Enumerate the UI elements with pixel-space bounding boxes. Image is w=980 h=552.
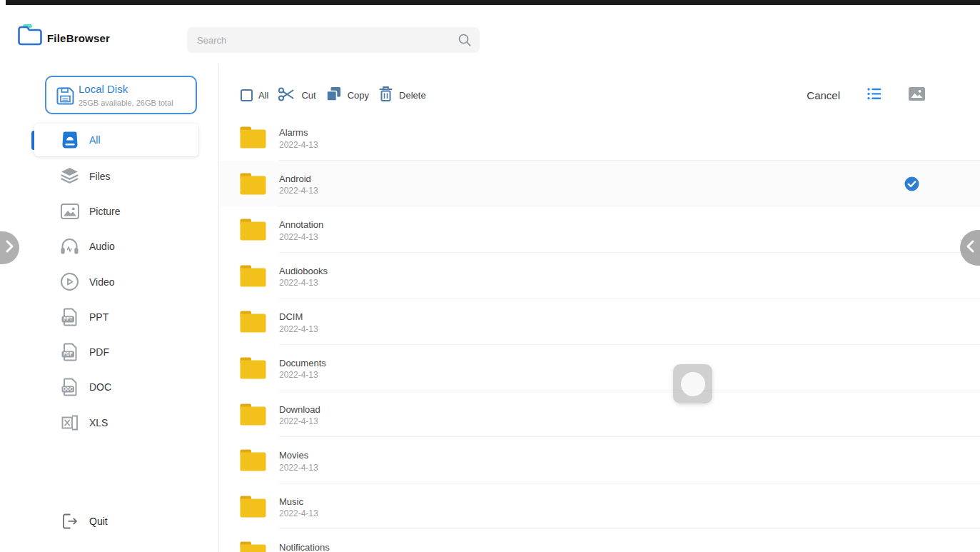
- disk-title: Local Disk: [79, 83, 128, 95]
- drive-icon: [60, 131, 79, 150]
- sidebar-item-label: DOC: [89, 381, 111, 393]
- sidebar-item-label: Video: [89, 276, 115, 288]
- sidebar-item-audio[interactable]: Audio: [34, 229, 198, 264]
- svg-text:DOC: DOC: [63, 387, 73, 392]
- file-name: Music: [279, 496, 303, 507]
- thumbnail-view-button[interactable]: [909, 87, 925, 104]
- file-date: 2022-4-13: [279, 324, 318, 334]
- cut-button[interactable]: Cut: [278, 86, 315, 104]
- video-icon: [60, 272, 79, 291]
- file-date: 2022-4-13: [279, 508, 318, 518]
- select-all-toggle[interactable]: All: [241, 89, 268, 101]
- touch-indicator: [673, 364, 712, 403]
- check-badge-icon: [904, 176, 919, 191]
- folder-icon: [240, 126, 266, 151]
- file-row[interactable]: Download2022-4-13: [219, 391, 980, 438]
- folder-icon: [240, 496, 266, 521]
- file-date: 2022-4-13: [279, 416, 318, 426]
- main-panel: All Cut Copy Delete Cancel A: [219, 0, 980, 552]
- sidebar-nav: AllFilesPictureAudioVideoPPTPPTPDFPDFDOC…: [34, 124, 198, 440]
- select-all-label: All: [258, 90, 268, 101]
- sidebar-item-label: Picture: [89, 206, 121, 217]
- folder-icon: [240, 173, 266, 198]
- sidebar-item-files[interactable]: Files: [34, 159, 198, 194]
- file-row[interactable]: Movies2022-4-13: [219, 437, 980, 483]
- sidebar-item-video[interactable]: Video: [34, 264, 198, 299]
- svg-text:PDF: PDF: [63, 351, 72, 356]
- list-view-button[interactable]: [867, 88, 882, 103]
- file-row[interactable]: Android2022-4-13: [219, 161, 980, 207]
- sidebar-item-xls[interactable]: XLS: [34, 405, 198, 440]
- sidebar-item-label: All: [89, 134, 101, 146]
- file-name: Audiobooks: [279, 266, 328, 276]
- sidebar-item-ppt[interactable]: PPTPPT: [34, 299, 198, 334]
- file-name: Alarms: [279, 127, 308, 138]
- sidebar-item-pdf[interactable]: PDFPDF: [34, 334, 198, 369]
- copy-label: Copy: [348, 90, 369, 101]
- folder-icon: [240, 265, 266, 290]
- file-row[interactable]: Documents2022-4-13: [219, 345, 980, 391]
- app-logo-folder-icon: [16, 24, 44, 46]
- doc-icon: DOC: [60, 378, 79, 397]
- left-panel-handle[interactable]: [0, 231, 19, 264]
- delete-label: Delete: [399, 90, 426, 101]
- selection-toolbar: All Cut Copy Delete Cancel: [219, 77, 980, 113]
- file-row[interactable]: Audiobooks2022-4-13: [219, 253, 980, 299]
- folder-icon: [240, 219, 266, 244]
- folder-icon: [240, 403, 266, 428]
- file-date: 2022-4-13: [279, 370, 318, 380]
- file-row[interactable]: Notifications: [219, 529, 980, 552]
- file-name: Documents: [279, 358, 326, 368]
- sidebar-item-label: XLS: [89, 417, 108, 428]
- touch-indicator-dot: [681, 372, 705, 396]
- audio-icon: [60, 237, 79, 256]
- file-date: 2022-4-13: [279, 463, 318, 473]
- app-title: FileBrowser: [47, 32, 110, 44]
- file-name: Movies: [279, 450, 308, 461]
- chevron-left-icon: [966, 239, 975, 256]
- cancel-button[interactable]: Cancel: [807, 89, 840, 101]
- copy-button[interactable]: Copy: [325, 86, 369, 104]
- sidebar-item-label: Audio: [89, 241, 115, 252]
- file-row[interactable]: Annotation2022-4-13: [219, 206, 980, 253]
- local-disk-card[interactable]: Local Disk 25GB available, 26GB total: [45, 76, 197, 114]
- logout-icon: [60, 512, 79, 531]
- file-date: 2022-4-13: [279, 232, 318, 242]
- file-date: 2022-4-13: [279, 278, 318, 288]
- file-name: DCIM: [279, 311, 303, 322]
- picture-icon: [60, 201, 79, 221]
- delete-button[interactable]: Delete: [378, 86, 426, 104]
- file-row[interactable]: Music2022-4-13: [219, 483, 980, 530]
- disk-capacity: 25GB available, 26GB total: [79, 99, 173, 107]
- select-all-checkbox[interactable]: [241, 89, 253, 101]
- sidebar-item-label: Files: [89, 171, 111, 182]
- file-list: Alarms2022-4-13Android2022-4-13Annotatio…: [219, 114, 980, 552]
- image-view-icon: [909, 87, 925, 104]
- sidebar-item-label: PDF: [89, 346, 109, 358]
- folder-icon: [240, 357, 266, 382]
- ppt-icon: PPT: [60, 307, 79, 326]
- file-name: Download: [279, 404, 320, 415]
- sidebar-item-quit[interactable]: Quit: [34, 504, 198, 538]
- file-name: Notifications: [279, 542, 330, 552]
- sidebar-item-label: PPT: [89, 311, 108, 323]
- copy-icon: [325, 86, 342, 104]
- file-row[interactable]: DCIM2022-4-13: [219, 298, 980, 345]
- chevron-right-icon: [5, 239, 14, 256]
- file-date: 2022-4-13: [279, 140, 318, 150]
- sidebar-item-all[interactable]: All: [34, 124, 198, 156]
- layers-icon: [60, 166, 79, 186]
- sidebar-item-picture[interactable]: Picture: [34, 194, 198, 229]
- sidebar-item-doc[interactable]: DOCDOC: [34, 370, 198, 405]
- quit-label: Quit: [89, 516, 108, 527]
- list-view-icon: [867, 88, 882, 103]
- xls-icon: [60, 413, 79, 432]
- folder-icon: [240, 541, 266, 552]
- file-row[interactable]: Alarms2022-4-13: [219, 114, 980, 161]
- file-date: 2022-4-13: [279, 186, 318, 196]
- scissors-icon: [278, 86, 295, 104]
- file-name: Annotation: [279, 219, 323, 230]
- floppy-disk-icon: [56, 86, 75, 106]
- folder-icon: [240, 449, 266, 474]
- pdf-icon: PDF: [60, 343, 79, 362]
